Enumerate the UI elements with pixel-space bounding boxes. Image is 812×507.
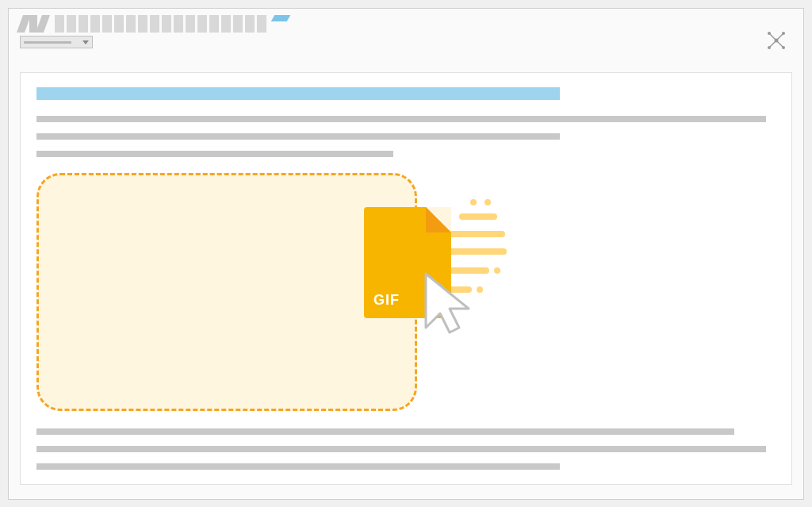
text-line <box>36 116 766 122</box>
app-logo <box>20 15 47 33</box>
text-line <box>36 428 734 435</box>
text-line <box>36 151 393 157</box>
text-line <box>36 446 766 452</box>
text-line <box>36 133 560 140</box>
svg-line-7 <box>770 40 776 47</box>
media-dropzone[interactable]: GIF <box>36 173 417 411</box>
toolbar-accent <box>271 15 291 21</box>
expand-icon[interactable] <box>767 31 786 50</box>
chevron-down-icon <box>82 40 89 44</box>
text-line <box>36 463 560 470</box>
file-type-label: GIF <box>373 292 400 309</box>
dragged-file[interactable]: GIF <box>364 207 538 366</box>
document-title-placeholder <box>36 87 560 100</box>
format-dropdown[interactable] <box>20 36 93 48</box>
svg-line-6 <box>776 34 783 40</box>
svg-line-5 <box>770 34 776 40</box>
toolbar <box>9 9 803 58</box>
toolbar-buttons[interactable] <box>55 15 266 33</box>
cursor-icon <box>419 271 483 342</box>
editor-window: GIF <box>8 8 804 500</box>
document-content: GIF <box>20 72 792 485</box>
svg-line-8 <box>776 40 783 47</box>
